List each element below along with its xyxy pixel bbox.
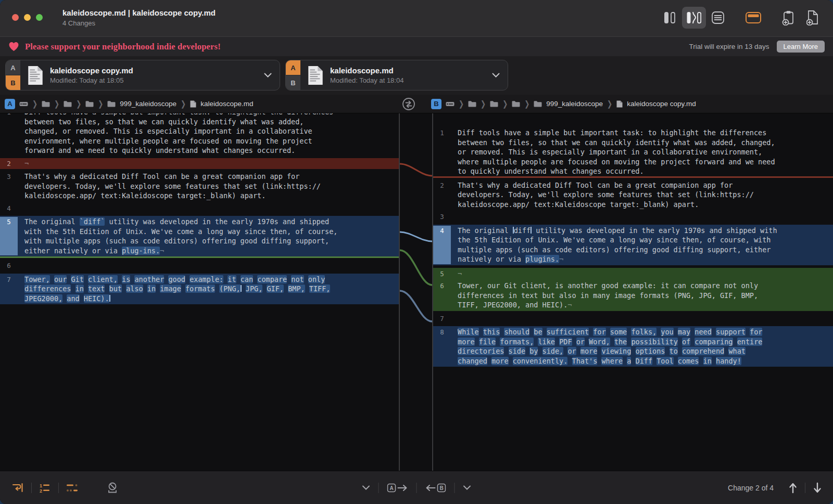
drive-icon[interactable] [19, 100, 28, 108]
code-text: either natively or via [24, 247, 122, 255]
diff-pane-left[interactable]: 1Diff tools have a simple but important … [0, 113, 400, 471]
word-diff-highlight: may [678, 328, 690, 336]
file-selector-left[interactable]: A B kaleidoscope copy.md Modified: Today… [5, 60, 280, 91]
change-markers-button[interactable] [66, 483, 79, 493]
diff-line-changed[interactable]: 7Tower, our Git client, is another good … [0, 274, 399, 305]
folder-icon[interactable] [534, 100, 542, 107]
add-clipboard-button[interactable] [777, 7, 801, 29]
text-row: where multiple people are focused on mov… [458, 157, 833, 167]
code-text: kaleidoscope.app/ text:Kaleidoscope targ… [24, 191, 266, 200]
text-row: While this should be sufficient for some… [458, 327, 833, 337]
text-row: with multiple apps (such as code editors… [24, 236, 399, 246]
text-row: The original diff utility was developed … [458, 226, 833, 236]
diff-line-added[interactable]: 6Tower, our Git client, is another good … [433, 280, 833, 311]
text-row: That's why a dedicated Diff Tool can be … [24, 172, 399, 182]
diff-line-normal[interactable]: 6 [0, 261, 399, 271]
previous-change-button[interactable] [789, 482, 797, 494]
collapse-left-button[interactable] [362, 485, 370, 490]
file-selector-right[interactable]: A B kaleidoscope.md Modified: Today at 1… [285, 60, 508, 91]
diff-line-normal[interactable]: 3 [433, 212, 833, 222]
word-diff-highlight: entire [737, 338, 763, 346]
diff-pane-right[interactable]: 1Diff tools have a simple but important … [432, 113, 833, 471]
changesets-button[interactable] [741, 7, 765, 29]
close-window-button[interactable] [12, 14, 19, 21]
word-diff-highlight: HEIC). [84, 294, 109, 303]
breadcrumb-folder-label[interactable]: 999_kaleidoscope [120, 100, 176, 108]
next-change-button[interactable] [813, 482, 822, 494]
diff-line-added[interactable]: 5¬ [433, 268, 833, 280]
folder-icon[interactable] [490, 100, 498, 107]
code-text: changed, or removed. This is especially … [24, 127, 312, 135]
swap-files-button[interactable] [402, 97, 415, 113]
line-number: 2 [0, 159, 18, 169]
diff-line-normal[interactable]: 1Diff tools have a simple but important … [0, 113, 399, 156]
code-text: or removed. This is especially important… [458, 148, 762, 156]
line-number: 1 [0, 113, 18, 156]
file-icon[interactable] [190, 100, 196, 108]
diff-line-normal[interactable]: 3That's why a dedicated Diff Tool can be… [0, 172, 399, 201]
fluid-view-icon [687, 11, 701, 24]
diff-line-normal[interactable]: 4 [0, 203, 399, 214]
word-diff-highlight: you [661, 328, 673, 336]
file-info-left: kaleidoscope copy.md Modified: Today at … [50, 66, 133, 84]
document-icon [308, 66, 323, 85]
breadcrumb-right: B ❯ ❯ ❯ ❯ 999_kaleidoscope ❯ kaleidoscop… [431, 95, 696, 113]
change-counter: Change 2 of 4 [728, 484, 774, 492]
folder-icon[interactable] [85, 100, 94, 107]
folder-icon[interactable] [468, 100, 476, 107]
breadcrumb-separator: ❯ [76, 99, 81, 108]
text-row: natively or via plugins.¬ [458, 254, 833, 264]
folder-icon[interactable] [107, 100, 116, 107]
line-number: 1 [433, 128, 451, 176]
drive-icon[interactable] [446, 100, 455, 108]
file-icon[interactable] [616, 100, 623, 108]
word-diff-highlight: comprehend [682, 347, 724, 355]
line-text: ¬ [18, 159, 399, 169]
badge-a: A [6, 60, 20, 75]
text-wrap-button[interactable] [11, 483, 24, 493]
diff-line-changed[interactable]: 4The original diff utility was developed… [433, 225, 833, 265]
word-diff-highlight: in [75, 285, 84, 293]
line-number: 3 [433, 212, 451, 222]
learn-more-button[interactable]: Learn More [777, 41, 825, 53]
text-row: That's why a dedicated Diff Tool can be … [458, 180, 833, 190]
chevron-down-icon[interactable] [264, 73, 272, 77]
zoom-window-button[interactable] [36, 14, 43, 21]
word-diff-highlight: file [479, 338, 496, 346]
breadcrumb-folder-label[interactable]: 999_kaleidoscope [546, 100, 603, 108]
diff-line-changed[interactable]: 8While this should be sufficient for som… [433, 326, 833, 367]
word-diff-highlight: TIFF, [309, 285, 331, 293]
add-file-button[interactable] [801, 7, 825, 29]
view-blocks-button[interactable] [658, 7, 682, 29]
hide-unchanged-icon [107, 482, 118, 494]
line-numbers-button[interactable]: 1 2 [39, 483, 51, 493]
diff-line-normal[interactable]: 2That's why a dedicated Diff Tool can be… [433, 180, 833, 210]
collapse-right-button[interactable] [463, 485, 471, 490]
code-text: developers. Today, we'll explore some fe… [458, 190, 754, 199]
view-fluid-button[interactable] [682, 7, 706, 29]
folder-icon[interactable] [64, 100, 72, 107]
line-text: Tower, our Git client, is another good e… [451, 281, 833, 310]
pane-a-badge: A [5, 99, 15, 109]
hide-unchanged-button[interactable] [107, 482, 118, 494]
diff-line-normal[interactable]: 7 [433, 314, 833, 324]
word-diff-highlight: handy! [716, 357, 741, 365]
diff-line-deleted[interactable]: 2¬ [0, 158, 399, 170]
text-row: changed, or removed. This is especially … [24, 126, 399, 136]
breadcrumb-separator: ❯ [607, 99, 612, 108]
copy-a-to-b-button[interactable]: A [387, 483, 408, 493]
breadcrumb-file-label[interactable]: kaleidoscope copy.md [627, 100, 696, 108]
view-unified-button[interactable] [706, 7, 730, 29]
diff-line-changed[interactable]: 5The original `diff` utility was develop… [0, 216, 399, 258]
breadcrumb-file-label[interactable]: kaleidoscope.md [200, 100, 253, 108]
diff-line-normal[interactable]: 1Diff tools have a simple but important … [433, 128, 833, 178]
change-markers-icon [66, 483, 79, 493]
folder-icon[interactable] [42, 100, 50, 107]
minimize-window-button[interactable] [24, 14, 31, 21]
line-number: 3 [0, 172, 18, 201]
copy-b-to-a-button[interactable]: B [425, 483, 446, 493]
chevron-down-icon[interactable] [492, 73, 500, 77]
line-number: 4 [433, 226, 451, 264]
code-text: between two files, so that we can quickl… [24, 118, 304, 126]
folder-icon[interactable] [512, 100, 520, 107]
